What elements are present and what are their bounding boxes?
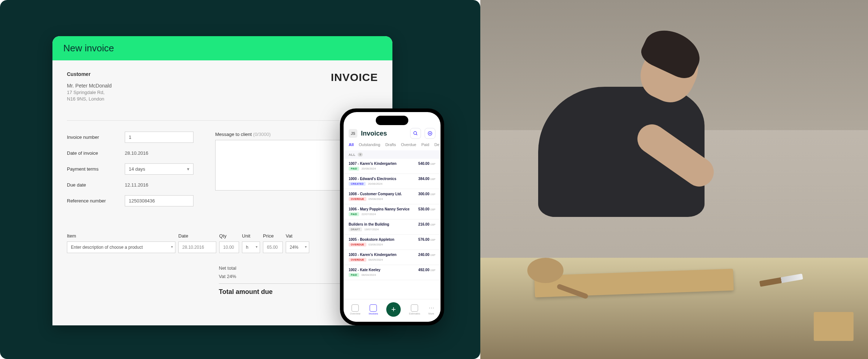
vat-total-label: Vat 24% <box>219 274 236 279</box>
customer-label: Customer <box>67 71 112 77</box>
invoice-list-item[interactable]: 1005 - Bookstore Appleton 576.00GBP OVER… <box>344 235 441 250</box>
svg-point-0 <box>414 132 417 134</box>
invoice-heading: INVOICE <box>331 71 378 102</box>
tab-overdue[interactable]: Overdue <box>401 142 416 147</box>
nav-fab-add[interactable]: + <box>386 302 401 317</box>
invoice-item-date: 20/08/2024 <box>361 167 376 170</box>
item-vat-select[interactable]: 24% <box>286 242 309 253</box>
nav-invoices[interactable]: Invoices <box>369 304 378 315</box>
invoice-item-date: 06/05/2024 <box>369 258 383 261</box>
reference-number-input[interactable] <box>125 195 193 206</box>
status-badge: OVERDUE <box>349 243 366 247</box>
col-header-price: Price <box>263 233 283 239</box>
invoice-item-date: 05/08/2024 <box>369 197 383 201</box>
invoice-list-item[interactable]: 1000 - Edward's Electronics 384.00GBP CR… <box>344 174 441 189</box>
invoice-item-amount: 530.00GBP <box>418 207 435 211</box>
nav-more[interactable]: ⋯ More <box>429 304 434 315</box>
invoice-item-date: 18/07/2024 <box>364 228 379 231</box>
customer-name: Mr. Peter McDonald <box>67 83 112 89</box>
invoice-item-date: 08/04/2024 <box>361 273 376 277</box>
col-header-vat: Vat <box>286 233 309 239</box>
status-badge: DRAFT <box>349 227 362 231</box>
invoice-item-name: 1002 - Kate Keeley <box>349 268 380 272</box>
window-header: New invoice <box>52 36 392 60</box>
invoice-item-name: 1005 - Bookstore Appleton <box>349 238 394 242</box>
invoice-number-label: Invoice number <box>67 134 125 140</box>
invoice-item-date: 22/07/2024 <box>361 213 376 216</box>
invoice-item-amount: 540.00GBP <box>418 162 435 166</box>
col-header-date: Date <box>178 233 216 239</box>
total-due-label: Total amount due <box>219 288 273 296</box>
tab-paid[interactable]: Paid <box>421 142 429 147</box>
payment-terms-select[interactable]: 14 days <box>125 163 193 175</box>
invoice-item-name: 1007 - Karen's Kindergarten <box>349 162 396 166</box>
add-icon[interactable] <box>425 128 435 139</box>
invoice-item-date: 20/08/2024 <box>368 182 382 185</box>
payment-terms-label: Payment terms <box>67 166 125 172</box>
status-badge: CREATED <box>349 182 366 186</box>
invoice-item-date: 03/06/2024 <box>369 243 383 246</box>
net-total-label: Net total <box>219 265 236 271</box>
invoice-item-name: 1000 - Edward's Electronics <box>349 177 396 181</box>
window-title: New invoice <box>63 43 382 54</box>
invoice-item-amount: 216.00GBP <box>418 222 435 226</box>
phone-mockup: JS Invoices AllOutstandingDraftsOverdueP… <box>340 108 444 325</box>
item-input[interactable]: Enter description of choose a product <box>67 242 175 253</box>
invoice-list-item[interactable]: 1003 - Karen's Kindergarten 240.00GBP OV… <box>344 250 441 265</box>
invoice-item-amount: 576.00GBP <box>418 238 435 242</box>
search-icon[interactable] <box>410 128 421 139</box>
due-date-label: Due date <box>67 182 125 188</box>
invoice-list-item[interactable]: 1007 - Karen's Kindergarten 540.00GBP PA… <box>344 159 441 174</box>
status-badge: OVERDUE <box>349 258 366 262</box>
tab-outstanding[interactable]: Outstanding <box>359 142 380 147</box>
item-date-input[interactable] <box>178 242 216 253</box>
due-date-value: 12.11.2016 <box>125 180 148 190</box>
status-badge: PAID <box>349 273 359 277</box>
date-of-invoice-value: 28.10.2016 <box>125 148 148 158</box>
invoice-list-item[interactable]: 1008 - Customer Company Ltd. 300.00GBP O… <box>344 189 441 204</box>
date-of-invoice-label: Date of invoice <box>67 150 125 156</box>
invoice-item-name: 1008 - Customer Company Ltd. <box>349 192 402 196</box>
invoice-item-amount: 240.00GBP <box>418 253 435 257</box>
invoice-item-name: 1006 - Mary Poppins Nanny Service <box>349 207 409 211</box>
invoice-item-amount: 384.00GBP <box>418 177 435 181</box>
tab-all[interactable]: All <box>349 142 354 147</box>
col-header-unit: Unit <box>242 233 260 239</box>
invoice-list-item[interactable]: Builders in the Building 216.00GBP DRAFT… <box>344 219 441 235</box>
status-badge: PAID <box>349 167 359 171</box>
nav-overview[interactable]: Overview <box>350 304 360 315</box>
status-badge: PAID <box>349 212 359 216</box>
col-header-item: Item <box>67 233 175 239</box>
invoice-item-amount: 300.00GBP <box>418 192 435 196</box>
nav-estimates[interactable]: Estimates <box>409 304 420 315</box>
item-qty-input[interactable] <box>219 242 239 253</box>
section-all-label: ALL <box>349 153 356 157</box>
invoice-number-input[interactable] <box>125 132 193 143</box>
reference-number-label: Reference number <box>67 198 125 204</box>
col-header-qty: Qty <box>219 233 239 239</box>
avatar[interactable]: JS <box>349 129 357 138</box>
invoice-list-item[interactable]: 1006 - Mary Poppins Nanny Service 530.00… <box>344 204 441 219</box>
tab-de[interactable]: De <box>434 142 439 147</box>
svg-line-1 <box>416 134 417 135</box>
customer-address-1: 17 Springdale Rd, <box>67 89 112 96</box>
invoice-item-name: Builders in the Building <box>349 222 389 226</box>
status-badge: OVERDUE <box>349 197 366 201</box>
hero-photo <box>480 0 868 359</box>
phone-page-title: Invoices <box>361 130 407 137</box>
item-unit-select[interactable]: h <box>242 242 260 253</box>
invoice-item-amount: 492.00GBP <box>418 268 435 272</box>
item-price-input[interactable] <box>263 242 283 253</box>
section-count-badge: 9 <box>358 153 363 157</box>
invoice-item-name: 1003 - Karen's Kindergarten <box>349 253 396 257</box>
invoice-list-item[interactable]: 1002 - Kate Keeley 492.00GBP PAID 08/04/… <box>344 265 441 280</box>
tab-drafts[interactable]: Drafts <box>385 142 396 147</box>
customer-address-2: N16 9NS, London <box>67 96 112 102</box>
